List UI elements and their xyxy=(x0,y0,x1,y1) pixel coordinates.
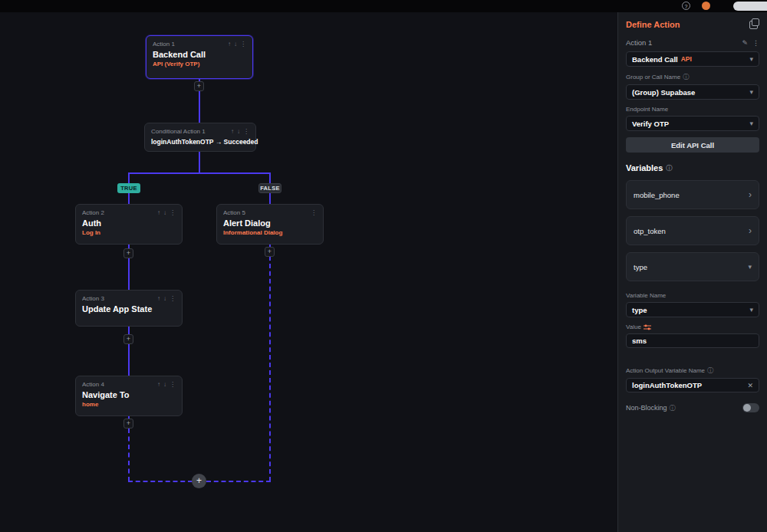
node-subtitle: home xyxy=(82,401,176,408)
menu-icon[interactable]: ⋮ xyxy=(170,381,176,388)
plus-icon: + xyxy=(268,248,272,255)
group-call-name-select[interactable]: (Group) Supabase ▾ xyxy=(626,84,759,100)
group-call-name-label: Group or Call Name ⓘ xyxy=(626,73,759,81)
merge-plus-button[interactable]: + xyxy=(192,474,206,488)
non-blocking-toggle[interactable] xyxy=(742,403,759,412)
plus-icon: + xyxy=(196,475,202,486)
edit-icon[interactable]: ✎ xyxy=(742,39,748,47)
connector-line-dashed xyxy=(128,481,193,482)
avatar[interactable] xyxy=(702,2,710,10)
connector-line xyxy=(128,172,271,174)
add-action-button[interactable]: + xyxy=(123,419,133,429)
action-node-navigate-to[interactable]: Action 4 ↑ ↓ ⋮ Navigate To home xyxy=(75,376,183,416)
action-type-tag: API xyxy=(681,55,692,63)
move-up-icon[interactable]: ↑ xyxy=(157,295,160,302)
action-node-update-app-state[interactable]: Action 3 ↑ ↓ ⋮ Update App State xyxy=(75,290,183,327)
node-header-label: Action 2 xyxy=(82,209,157,216)
label-text: Action Output Variable Name xyxy=(626,367,705,374)
action-node-backend-call[interactable]: Action 1 ↑ ↓ ⋮ Backend Call API (Verify … xyxy=(146,35,253,79)
output-variable-label: Action Output Variable Name ⓘ xyxy=(626,366,759,375)
topbar-button-partial[interactable] xyxy=(733,2,767,11)
action-type-select[interactable]: Backend Call API ▾ xyxy=(626,51,759,67)
edit-api-call-button[interactable]: Edit API Call xyxy=(626,137,759,153)
connector-line-dashed xyxy=(269,256,271,481)
menu-icon[interactable]: ⋮ xyxy=(170,209,176,216)
add-action-button[interactable]: + xyxy=(194,81,204,91)
action-flow-canvas[interactable]: + + + + + TRUE FALSE + Action 1 ↑ ↓ ⋮ Ba… xyxy=(0,12,617,532)
chevron-right-icon: › xyxy=(749,226,752,235)
clear-icon[interactable]: ✕ xyxy=(747,382,753,389)
value-input[interactable]: sms xyxy=(626,333,759,348)
variable-name-value: type xyxy=(632,306,647,314)
move-up-icon[interactable]: ↑ xyxy=(228,41,231,48)
add-action-button[interactable]: + xyxy=(265,247,275,257)
topbar: ? xyxy=(0,0,767,12)
variable-name: mobile_phone xyxy=(634,191,749,199)
connector-line-dashed xyxy=(206,481,271,482)
group-call-name-value: (Group) Supabase xyxy=(632,88,695,97)
plus-icon: + xyxy=(127,419,130,427)
chevron-down-icon: ▾ xyxy=(748,264,752,271)
variable-card-type[interactable]: type ▾ xyxy=(626,252,759,281)
chevron-down-icon: ▾ xyxy=(749,307,753,314)
value-label: Value xyxy=(626,323,759,330)
endpoint-name-value: Verify OTP xyxy=(632,120,669,128)
menu-icon[interactable]: ⋮ xyxy=(752,39,759,47)
move-up-icon[interactable]: ↑ xyxy=(231,128,234,135)
node-title: Backend Call xyxy=(153,50,246,59)
label-text: Group or Call Name xyxy=(626,74,680,80)
variable-name-label: Variable Name xyxy=(626,292,759,299)
info-icon: ⓘ xyxy=(707,366,713,375)
move-down-icon[interactable]: ↓ xyxy=(163,295,166,302)
endpoint-name-label: Endpoint Name xyxy=(626,106,759,113)
true-branch-badge: TRUE xyxy=(117,183,140,193)
variable-name-select[interactable]: type ▾ xyxy=(626,302,759,317)
output-variable-input[interactable]: loginAuthTokenOTP ✕ xyxy=(626,378,759,392)
move-up-icon[interactable]: ↑ xyxy=(157,209,160,216)
label-text: Variable Name xyxy=(626,292,666,299)
action-node-auth[interactable]: Action 2 ↑ ↓ ⋮ Auth Log In xyxy=(75,204,183,245)
plus-icon: + xyxy=(197,82,201,90)
connector-line xyxy=(199,152,200,174)
output-variable-text: loginAuthTokenOTP xyxy=(632,381,702,389)
variable-name: otp_token xyxy=(634,227,749,235)
move-down-icon[interactable]: ↓ xyxy=(237,128,240,135)
action-label: Action 1 xyxy=(626,38,737,47)
node-subtitle: API (Verify OTP) xyxy=(153,61,246,67)
action-node-alert-dialog[interactable]: Action 5 ⋮ Alert Dialog Informational Di… xyxy=(216,204,324,245)
chevron-down-icon: ▾ xyxy=(749,89,753,96)
variable-card-otp-token[interactable]: otp_token › xyxy=(626,216,759,245)
move-up-icon[interactable]: ↑ xyxy=(157,381,160,388)
help-icon[interactable]: ? xyxy=(682,2,690,10)
move-down-icon[interactable]: ↓ xyxy=(163,381,166,388)
connector-line-dashed xyxy=(128,429,130,481)
menu-icon[interactable]: ⋮ xyxy=(243,128,249,135)
node-title: Auth xyxy=(82,218,176,228)
conditional-action-node[interactable]: Conditional Action 1 ↑ ↓ ⋮ loginAuthToke… xyxy=(144,123,256,152)
menu-icon[interactable]: ⋮ xyxy=(311,209,317,216)
label-text: Endpoint Name xyxy=(626,106,668,113)
move-down-icon[interactable]: ↓ xyxy=(234,41,237,48)
add-action-button[interactable]: + xyxy=(123,248,133,258)
define-action-panel: Define Action Action 1 ✎ ⋮ Backend Call … xyxy=(617,12,767,532)
node-subtitle: Informational Dialog xyxy=(223,229,317,236)
menu-icon[interactable]: ⋮ xyxy=(170,295,176,302)
node-subtitle: Log In xyxy=(82,229,176,236)
add-action-button[interactable]: + xyxy=(123,334,133,344)
non-blocking-row: Non-Blocking ⓘ xyxy=(626,403,759,412)
node-header-label: Action 1 xyxy=(153,41,228,48)
copy-action-icon[interactable] xyxy=(749,21,758,29)
move-down-icon[interactable]: ↓ xyxy=(163,209,166,216)
value-text: sms xyxy=(632,337,647,345)
variables-section-title: Variables ⓘ xyxy=(626,163,759,172)
node-header-label: Action 5 xyxy=(223,209,311,216)
menu-icon[interactable]: ⋮ xyxy=(240,41,246,48)
node-header-label: Action 4 xyxy=(82,381,157,388)
variable-name: type xyxy=(634,263,748,271)
variable-card-mobile-phone[interactable]: mobile_phone › xyxy=(626,180,759,209)
non-blocking-label: Non-Blocking xyxy=(626,404,667,412)
chevron-down-icon: ▾ xyxy=(749,120,753,127)
label-text: Value xyxy=(626,323,641,330)
endpoint-name-select[interactable]: Verify OTP ▾ xyxy=(626,116,759,131)
panel-title: Define Action xyxy=(626,20,749,29)
